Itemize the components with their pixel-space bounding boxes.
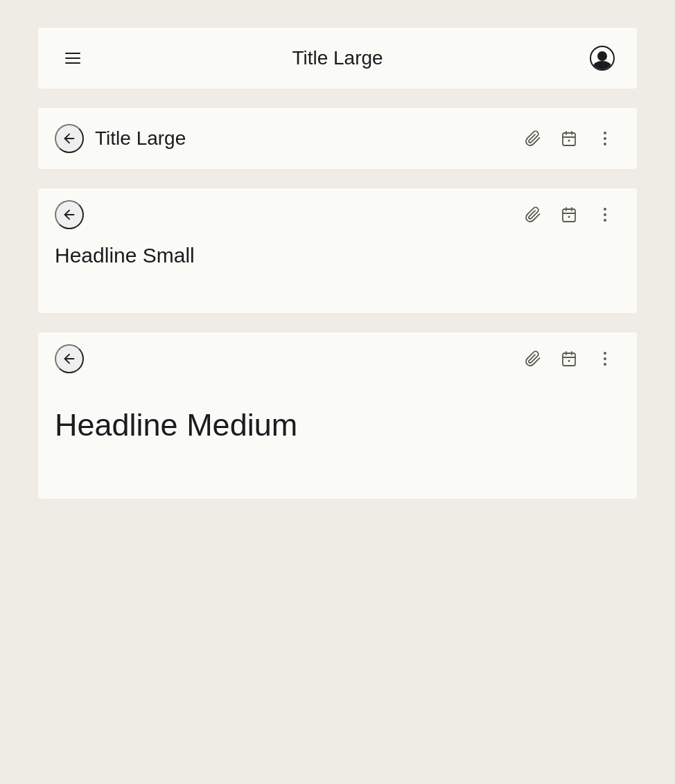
hamburger-menu-button[interactable] (58, 43, 88, 73)
card3-title: Headline Medium (55, 407, 620, 443)
back-button-1[interactable] (55, 124, 84, 153)
svg-point-5 (568, 140, 570, 142)
calendar-button-2[interactable] (554, 199, 584, 230)
back-arrow-icon (62, 131, 77, 146)
more-vertical-icon-3 (604, 352, 606, 366)
back-arrow-icon-3 (62, 351, 77, 366)
titlebar-icons-2 (518, 199, 620, 230)
svg-point-17 (568, 360, 570, 362)
more-button-1[interactable] (590, 123, 620, 154)
calendar-icon-3 (561, 350, 577, 367)
calendar-icon (561, 130, 577, 147)
calendar-icon-2 (561, 206, 577, 223)
calendar-button-3[interactable] (554, 344, 584, 374)
card1-title: Title Large (95, 127, 186, 150)
paperclip-icon (525, 130, 541, 147)
titlebar-icons-1 (518, 123, 620, 154)
paperclip-icon-3 (525, 350, 541, 367)
topbar-title: Title Large (292, 47, 383, 69)
paperclip-icon-2 (525, 206, 541, 223)
svg-rect-1 (563, 133, 575, 145)
calendar-button-1[interactable] (554, 123, 584, 154)
headline-small-card: Headline Small (38, 188, 637, 313)
account-button[interactable] (587, 43, 617, 73)
headline-medium-top-row (55, 344, 620, 374)
card2-title: Headline Small (55, 244, 620, 267)
more-vertical-icon-2 (604, 208, 606, 222)
account-circle-icon (590, 46, 615, 71)
titlebar-left: Title Large (55, 124, 186, 153)
back-arrow-icon-2 (62, 207, 77, 222)
titlebar-card: Title Large (38, 108, 637, 169)
svg-point-11 (568, 216, 570, 218)
svg-rect-7 (563, 209, 575, 222)
attach-button-3[interactable] (518, 344, 548, 374)
titlebar-icons-3 (518, 344, 620, 374)
more-button-2[interactable] (590, 199, 620, 230)
topbar-right (587, 43, 617, 73)
more-vertical-icon (604, 132, 606, 145)
more-button-3[interactable] (590, 344, 620, 374)
headline-small-top-row (55, 199, 620, 230)
topbar-card: Title Large (38, 28, 637, 89)
back-button-2[interactable] (55, 200, 84, 229)
headline-medium-card: Headline Medium (38, 332, 637, 499)
topbar-left (58, 43, 88, 73)
hamburger-icon (65, 53, 80, 64)
attach-button-1[interactable] (518, 123, 548, 154)
attach-button-2[interactable] (518, 199, 548, 230)
svg-rect-13 (563, 353, 575, 366)
back-button-3[interactable] (55, 344, 84, 373)
